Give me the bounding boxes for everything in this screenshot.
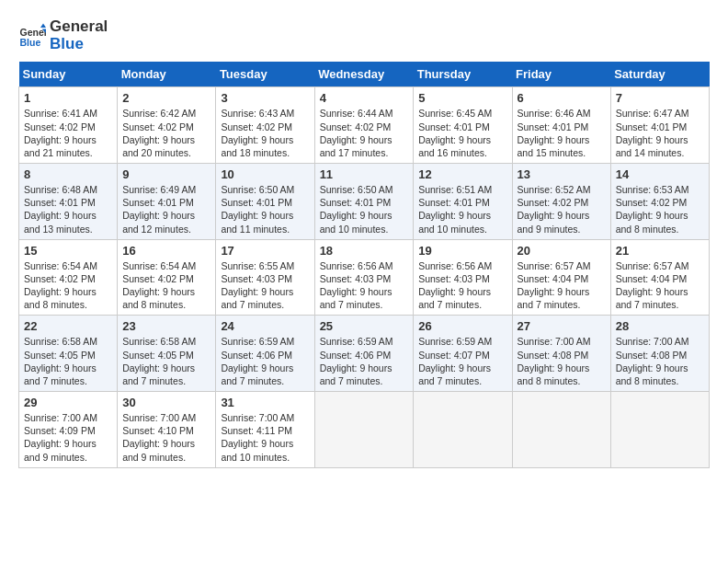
day-number: 4 [320,91,409,105]
day-info: Sunrise: 6:47 AMSunset: 4:01 PMDaylight:… [616,107,704,159]
day-info: Sunrise: 6:56 AMSunset: 4:03 PMDaylight:… [320,259,409,312]
day-info: Sunrise: 7:00 AMSunset: 4:11 PMDaylight:… [221,411,309,464]
logo-blue: Blue [50,36,108,53]
calendar-cell: 17Sunrise: 6:55 AMSunset: 4:03 PMDayligh… [216,239,314,316]
svg-marker-2 [40,23,46,28]
calendar-cell: 28Sunrise: 7:00 AMSunset: 4:08 PMDayligh… [610,316,709,392]
logo-icon: General Blue [18,22,46,50]
calendar-cell: 14Sunrise: 6:53 AMSunset: 4:02 PMDayligh… [610,164,709,240]
day-number: 18 [320,244,409,258]
day-info: Sunrise: 6:53 AMSunset: 4:02 PMDaylight:… [616,183,704,236]
day-info: Sunrise: 6:59 AMSunset: 4:07 PMDaylight:… [418,335,506,387]
calendar-cell: 27Sunrise: 7:00 AMSunset: 4:08 PMDayligh… [512,316,610,392]
calendar-cell: 29Sunrise: 7:00 AMSunset: 4:09 PMDayligh… [19,392,118,468]
calendar-cell: 30Sunrise: 7:00 AMSunset: 4:10 PMDayligh… [118,392,216,468]
calendar-cell: 10Sunrise: 6:50 AMSunset: 4:01 PMDayligh… [216,164,314,240]
col-header-wednesday: Wednesday [314,62,414,87]
day-number: 20 [518,244,606,258]
calendar-cell [314,392,414,468]
day-number: 19 [418,244,506,258]
day-info: Sunrise: 6:48 AMSunset: 4:01 PMDaylight:… [24,183,112,236]
col-header-sunday: Sunday [19,62,118,87]
calendar-cell: 13Sunrise: 6:52 AMSunset: 4:02 PMDayligh… [512,164,610,240]
day-info: Sunrise: 6:59 AMSunset: 4:06 PMDaylight:… [320,335,409,387]
day-info: Sunrise: 6:44 AMSunset: 4:02 PMDaylight:… [320,107,409,159]
day-number: 24 [221,319,309,333]
day-number: 23 [122,319,210,333]
day-number: 2 [122,91,210,105]
calendar-cell: 11Sunrise: 6:50 AMSunset: 4:01 PMDayligh… [314,164,414,240]
day-number: 13 [518,167,606,181]
day-info: Sunrise: 6:58 AMSunset: 4:05 PMDaylight:… [122,335,210,387]
day-number: 3 [221,91,309,105]
day-number: 9 [122,167,210,181]
day-number: 29 [24,396,112,409]
day-number: 15 [24,244,112,258]
day-info: Sunrise: 7:00 AMSunset: 4:09 PMDaylight:… [24,411,112,464]
calendar-week-row: 1Sunrise: 6:41 AMSunset: 4:02 PMDaylight… [19,87,710,164]
calendar-cell: 12Sunrise: 6:51 AMSunset: 4:01 PMDayligh… [414,164,512,240]
day-info: Sunrise: 6:52 AMSunset: 4:02 PMDaylight:… [518,183,606,236]
calendar-week-row: 22Sunrise: 6:58 AMSunset: 4:05 PMDayligh… [19,316,710,392]
calendar-week-row: 29Sunrise: 7:00 AMSunset: 4:09 PMDayligh… [19,392,710,468]
day-number: 28 [616,319,704,333]
col-header-tuesday: Tuesday [216,62,314,87]
calendar-cell: 18Sunrise: 6:56 AMSunset: 4:03 PMDayligh… [314,239,414,316]
calendar-cell: 21Sunrise: 6:57 AMSunset: 4:04 PMDayligh… [610,239,709,316]
day-info: Sunrise: 6:46 AMSunset: 4:01 PMDaylight:… [518,107,606,159]
col-header-saturday: Saturday [610,62,709,87]
day-info: Sunrise: 6:55 AMSunset: 4:03 PMDaylight:… [221,259,309,312]
day-info: Sunrise: 6:45 AMSunset: 4:01 PMDaylight:… [418,107,506,159]
calendar-cell: 7Sunrise: 6:47 AMSunset: 4:01 PMDaylight… [610,87,709,164]
calendar-cell: 15Sunrise: 6:54 AMSunset: 4:02 PMDayligh… [19,239,118,316]
day-number: 30 [122,396,210,409]
logo-general: General [50,18,108,36]
calendar-cell: 20Sunrise: 6:57 AMSunset: 4:04 PMDayligh… [512,239,610,316]
calendar-week-row: 8Sunrise: 6:48 AMSunset: 4:01 PMDaylight… [19,164,710,240]
calendar-cell: 9Sunrise: 6:49 AMSunset: 4:01 PMDaylight… [118,164,216,240]
logo: General Blue General Blue [18,18,108,52]
day-info: Sunrise: 6:54 AMSunset: 4:02 PMDaylight:… [24,259,112,312]
calendar-cell: 8Sunrise: 6:48 AMSunset: 4:01 PMDaylight… [19,164,118,240]
calendar-cell: 23Sunrise: 6:58 AMSunset: 4:05 PMDayligh… [118,316,216,392]
day-info: Sunrise: 7:00 AMSunset: 4:10 PMDaylight:… [122,411,210,464]
day-number: 14 [616,167,704,181]
day-info: Sunrise: 6:41 AMSunset: 4:02 PMDaylight:… [24,107,112,159]
day-number: 26 [418,319,506,333]
day-number: 10 [221,167,309,181]
day-number: 12 [418,167,506,181]
day-info: Sunrise: 6:56 AMSunset: 4:03 PMDaylight:… [418,259,506,312]
day-info: Sunrise: 7:00 AMSunset: 4:08 PMDaylight:… [616,335,704,387]
calendar-cell: 26Sunrise: 6:59 AMSunset: 4:07 PMDayligh… [414,316,512,392]
calendar-table: SundayMondayTuesdayWednesdayThursdayFrid… [18,62,710,467]
calendar-cell: 16Sunrise: 6:54 AMSunset: 4:02 PMDayligh… [118,239,216,316]
calendar-cell: 24Sunrise: 6:59 AMSunset: 4:06 PMDayligh… [216,316,314,392]
day-number: 31 [221,396,309,409]
calendar-cell [610,392,709,468]
calendar-cell: 25Sunrise: 6:59 AMSunset: 4:06 PMDayligh… [314,316,414,392]
page-header: General Blue General Blue [18,18,710,52]
day-number: 17 [221,244,309,258]
day-number: 22 [24,319,112,333]
day-number: 8 [24,167,112,181]
day-number: 27 [518,319,606,333]
day-info: Sunrise: 6:50 AMSunset: 4:01 PMDaylight:… [320,183,409,236]
day-number: 6 [518,91,606,105]
day-number: 5 [418,91,506,105]
day-info: Sunrise: 6:50 AMSunset: 4:01 PMDaylight:… [221,183,309,236]
calendar-cell: 1Sunrise: 6:41 AMSunset: 4:02 PMDaylight… [19,87,118,164]
day-info: Sunrise: 6:43 AMSunset: 4:02 PMDaylight:… [221,107,309,159]
day-info: Sunrise: 6:57 AMSunset: 4:04 PMDaylight:… [518,259,606,312]
calendar-cell: 4Sunrise: 6:44 AMSunset: 4:02 PMDaylight… [314,87,414,164]
calendar-cell: 22Sunrise: 6:58 AMSunset: 4:05 PMDayligh… [19,316,118,392]
day-number: 1 [24,91,112,105]
day-info: Sunrise: 6:49 AMSunset: 4:01 PMDaylight:… [122,183,210,236]
day-number: 16 [122,244,210,258]
day-number: 11 [320,167,409,181]
day-number: 21 [616,244,704,258]
calendar-cell: 19Sunrise: 6:56 AMSunset: 4:03 PMDayligh… [414,239,512,316]
calendar-week-row: 15Sunrise: 6:54 AMSunset: 4:02 PMDayligh… [19,239,710,316]
col-header-friday: Friday [512,62,610,87]
calendar-cell [414,392,512,468]
day-info: Sunrise: 6:51 AMSunset: 4:01 PMDaylight:… [418,183,506,236]
